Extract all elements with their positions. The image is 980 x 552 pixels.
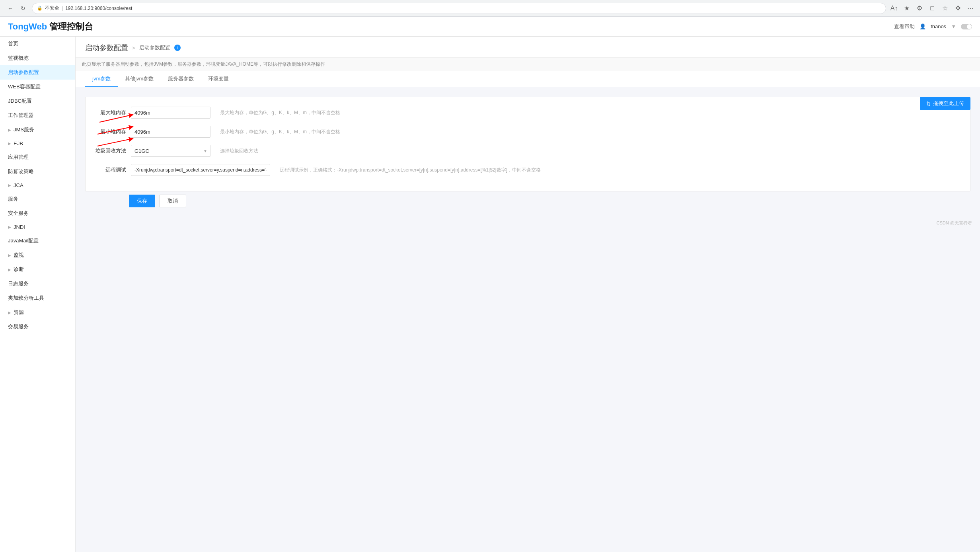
- gc-hint: 选择垃圾回收方法: [220, 148, 961, 154]
- sidebar: 首页 监视概览 启动参数配置 WEB容器配置 JDBC配置 工作管理器 ▶ JM…: [0, 37, 76, 552]
- app-container: TongWeb 管理控制台 查看帮助 👤 thanos ▼ 首页 监视概览 启动…: [0, 17, 980, 552]
- nav-buttons: ← ↻: [5, 3, 29, 14]
- sidebar-monitor2-label: 监视: [14, 252, 24, 259]
- page-title: 启动参数配置: [85, 43, 128, 53]
- sidebar-item-startup[interactable]: 启动参数配置: [0, 65, 75, 80]
- upload-button[interactable]: ⇅ 拖拽至此上传: [920, 97, 970, 110]
- page-header: 启动参数配置 > 启动参数配置 i 此页显示了服务器启动参数，包括JVM参数，服…: [76, 37, 980, 71]
- content-area: 启动参数配置 > 启动参数配置 i 此页显示了服务器启动参数，包括JVM参数，服…: [76, 37, 980, 552]
- sidebar-item-transaction[interactable]: 交易服务: [0, 320, 75, 334]
- header-right: 查看帮助 👤 thanos ▼: [894, 23, 972, 30]
- upload-label: 拖拽至此上传: [933, 100, 964, 107]
- sidebar-item-log[interactable]: 日志服务: [0, 277, 75, 291]
- cancel-button[interactable]: 取消: [159, 195, 186, 207]
- page-title-row: 启动参数配置 > 启动参数配置 i: [85, 43, 970, 53]
- min-heap-hint: 最小堆内存，单位为G、g、K、k、M、m，中间不含空格: [220, 129, 961, 135]
- sidebar-item-diag[interactable]: ▶ 诊断: [0, 262, 75, 277]
- sidebar-item-home[interactable]: 首页: [0, 37, 75, 51]
- sidebar-web-label: WEB容器配置: [8, 83, 41, 90]
- min-heap-label: 最小堆内存: [95, 128, 131, 135]
- sidebar-jndi-label: JNDI: [14, 224, 25, 230]
- form-area: ⇅ 拖拽至此上传 最大堆内存 最大堆内存，单位为G、g、K、k、M、m，中间不含…: [76, 87, 980, 217]
- sidebar-item-tamper[interactable]: 防篡改策略: [0, 164, 75, 179]
- settings-icon[interactable]: ⚙: [915, 4, 924, 13]
- footer-text: CSDN @无言行者: [937, 220, 972, 225]
- upload-icon: ⇅: [926, 101, 931, 107]
- user-icon: 👤: [920, 23, 926, 29]
- browser-toolbar: A↑ ★ ⚙ □ ☆ ✥ ⋯: [889, 4, 975, 13]
- sidebar-ejb-label: EJB: [14, 140, 23, 146]
- theme-toggle[interactable]: [961, 24, 972, 29]
- save-button[interactable]: 保存: [129, 195, 155, 207]
- browser-chrome: ← ↻ 🔒 不安全 | 192.168.1.20:9060/console/re…: [0, 0, 980, 17]
- sidebar-classload-label: 类加载分析工具: [8, 295, 44, 302]
- sidebar-item-javamail[interactable]: JavaMail配置: [0, 234, 75, 248]
- gc-select-wrap: G1GC SerialGC ParallelGC ConcMarkSweepGC…: [131, 145, 210, 157]
- sidebar-item-jdbc[interactable]: JDBC配置: [0, 94, 75, 108]
- remote-debug-input[interactable]: [131, 164, 270, 176]
- remote-debug-row: 远程调试 远程调试示例，正确格式：-Xrunjdwp:transport=dt_…: [95, 164, 961, 176]
- sidebar-item-jndi[interactable]: ▶ JNDI: [0, 220, 75, 234]
- sidebar-item-monitor2[interactable]: ▶ 监视: [0, 248, 75, 262]
- max-heap-input[interactable]: [131, 107, 210, 119]
- sidebar-item-jca[interactable]: ▶ JCA: [0, 179, 75, 192]
- app-logo: TongWeb 管理控制台: [8, 21, 93, 33]
- remote-debug-hint: 远程调试示例，正确格式：-Xrunjdwp:transport=dt_socke…: [280, 167, 961, 174]
- jms-arrow-icon: ▶: [8, 128, 11, 132]
- sidebar-item-worker[interactable]: 工作管理器: [0, 108, 75, 123]
- min-heap-input[interactable]: [131, 126, 210, 138]
- app-header: TongWeb 管理控制台 查看帮助 👤 thanos ▼: [0, 17, 980, 37]
- user-dropdown-arrow[interactable]: ▼: [951, 23, 956, 29]
- gc-row: 垃圾回收方法 G1GC SerialGC ParallelGC ConcMark…: [95, 145, 961, 157]
- gc-label: 垃圾回收方法: [95, 147, 131, 154]
- sidebar-log-label: 日志服务: [8, 280, 29, 287]
- diag-arrow-icon: ▶: [8, 267, 11, 272]
- sidebar-diag-label: 诊断: [14, 266, 24, 273]
- ejb-arrow-icon: ▶: [8, 141, 11, 146]
- sidebar-startup-label: 启动参数配置: [8, 69, 39, 76]
- info-icon[interactable]: i: [174, 45, 181, 51]
- min-heap-row: 最小堆内存 最小堆内存，单位为G、g、K、k、M、m，中间不含空格: [95, 126, 961, 138]
- sidebar-item-classload[interactable]: 类加载分析工具: [0, 291, 75, 305]
- sidebar-item-ejb[interactable]: ▶ EJB: [0, 137, 75, 150]
- extensions-icon[interactable]: ✥: [953, 4, 962, 13]
- sidebar-service-label: 服务: [8, 195, 18, 203]
- page-description: 此页显示了服务器启动参数，包括JVM参数，服务器参数，环境变量JAVA_HOME…: [76, 57, 980, 71]
- sidebar-resource-label: 资源: [14, 309, 24, 316]
- resource-arrow-icon: ▶: [8, 310, 11, 315]
- more-icon[interactable]: ⋯: [966, 4, 975, 13]
- sidebar-jca-label: JCA: [14, 182, 23, 188]
- sidebar-item-resource[interactable]: ▶ 资源: [0, 305, 75, 320]
- help-link[interactable]: 查看帮助: [894, 23, 915, 30]
- jndi-arrow-icon: ▶: [8, 225, 11, 229]
- bookmark-icon[interactable]: ☆: [940, 4, 950, 13]
- url-text: 192.168.1.20:9060/console/rest: [65, 6, 132, 11]
- sidebar-item-jms[interactable]: ▶ JMS服务: [0, 123, 75, 137]
- tab-env-vars[interactable]: 环境变量: [201, 71, 236, 87]
- sidebar-security-label: 安全服务: [8, 210, 29, 217]
- remote-debug-label: 远程调试: [95, 166, 131, 174]
- sidebar-jms-label: JMS服务: [14, 126, 34, 133]
- username-label: thanos: [931, 23, 946, 29]
- sidebar-item-security[interactable]: 安全服务: [0, 206, 75, 220]
- form-section: 最大堆内存 最大堆内存，单位为G、g、K、k、M、m，中间不含空格 最小堆内存 …: [85, 97, 970, 191]
- reader-mode-icon[interactable]: A↑: [889, 4, 899, 13]
- split-view-icon[interactable]: □: [927, 4, 937, 13]
- jca-arrow-icon: ▶: [8, 183, 11, 187]
- tab-jvm[interactable]: jvm参数: [85, 71, 118, 87]
- sidebar-item-app[interactable]: 应用管理: [0, 150, 75, 164]
- sidebar-javamail-label: JavaMail配置: [8, 237, 39, 244]
- sidebar-item-service[interactable]: 服务: [0, 192, 75, 206]
- sidebar-item-web[interactable]: WEB容器配置: [0, 80, 75, 94]
- insecure-icon: 🔒: [37, 6, 43, 11]
- insecure-label: 不安全: [45, 5, 59, 12]
- sidebar-item-monitor[interactable]: 监视概览: [0, 51, 75, 65]
- back-button[interactable]: ←: [5, 3, 16, 14]
- tab-other-jvm[interactable]: 其他jvm参数: [118, 71, 161, 87]
- action-row: 保存 取消: [85, 195, 970, 207]
- reload-button[interactable]: ↻: [18, 3, 29, 14]
- favorites-icon[interactable]: ★: [902, 4, 912, 13]
- gc-select[interactable]: G1GC SerialGC ParallelGC ConcMarkSweepGC: [131, 145, 210, 157]
- tab-server-params[interactable]: 服务器参数: [161, 71, 201, 87]
- address-bar[interactable]: 🔒 不安全 | 192.168.1.20:9060/console/rest: [32, 3, 886, 14]
